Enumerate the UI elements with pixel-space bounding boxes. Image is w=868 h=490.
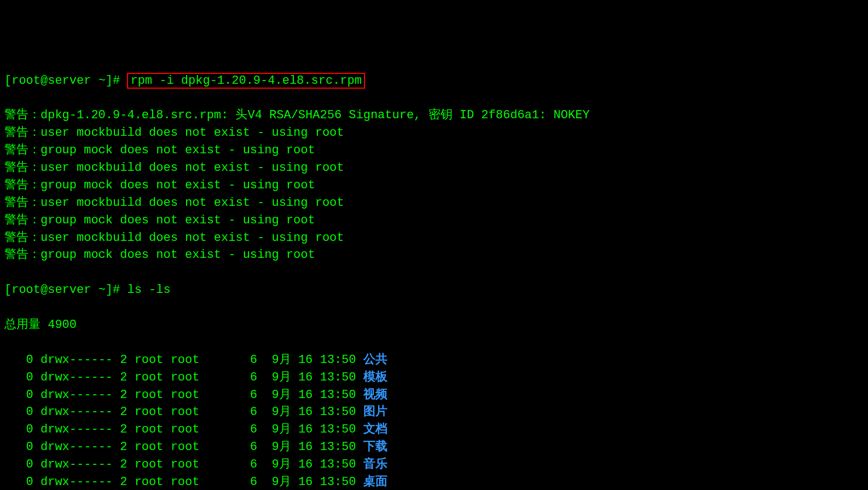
prompt-line-1[interactable]: [root@server ~]# rpm -i dpkg-1.20.9-4.el… — [4, 72, 864, 90]
warning-line: 警告：group mock does not exist - using roo… — [4, 177, 864, 194]
ls-row-filename: 视频 — [363, 388, 387, 402]
ls-row-filename: 桌面 — [363, 475, 387, 489]
warning-line: 警告：user mockbuild does not exist - using… — [4, 159, 864, 177]
ls-row: 0 drwx------ 2 root root 6 9月 16 13:50 图… — [4, 403, 864, 421]
shell-prompt: [root@server ~]# — [4, 74, 127, 88]
ls-row-filename: 下载 — [363, 440, 387, 454]
ls-row-meta: 0 drwx------ 2 root root 6 9月 16 13:50 — [4, 458, 363, 471]
ls-row: 0 drwx------ 2 root root 6 9月 16 13:50 公… — [4, 351, 864, 369]
command-ls: ls -ls — [127, 283, 170, 297]
ls-row: 0 drwx------ 2 root root 6 9月 16 13:50 音… — [4, 456, 864, 474]
ls-row-filename: 模板 — [363, 371, 387, 384]
ls-row: 0 drwx------ 2 root root 6 9月 16 13:50 桌… — [4, 474, 864, 490]
warning-line: 警告：group mock does not exist - using roo… — [4, 142, 864, 159]
ls-row-meta: 0 drwx------ 2 root root 6 9月 16 13:50 — [4, 353, 363, 367]
ls-row-filename: 文档 — [363, 423, 387, 436]
warning-line: 警告：dpkg-1.20.9-4.el8.src.rpm: 头V4 RSA/SH… — [4, 107, 864, 124]
ls-row-meta: 0 drwx------ 2 root root 6 9月 16 13:50 — [4, 388, 363, 402]
ls-row: 0 drwx------ 2 root root 6 9月 16 13:50 模… — [4, 369, 864, 387]
ls-row: 0 drwx------ 2 root root 6 9月 16 13:50 视… — [4, 387, 864, 404]
warning-line: 警告：group mock does not exist - using roo… — [4, 212, 864, 229]
ls-row: 0 drwx------ 2 root root 6 9月 16 13:50 下… — [4, 439, 864, 456]
ls-row-filename: 音乐 — [363, 458, 387, 471]
ls-total: 总用量 4900 — [4, 316, 864, 334]
shell-prompt: [root@server ~]# — [4, 283, 127, 297]
ls-row-meta: 0 drwx------ 2 root root 6 9月 16 13:50 — [4, 440, 363, 454]
prompt-line-2[interactable]: [root@server ~]# ls -ls — [4, 281, 864, 299]
ls-row-filename: 公共 — [363, 353, 387, 367]
warning-line: 警告：group mock does not exist - using roo… — [4, 246, 864, 264]
ls-row-meta: 0 drwx------ 2 root root 6 9月 16 13:50 — [4, 423, 363, 436]
warning-line: 警告：user mockbuild does not exist - using… — [4, 229, 864, 247]
ls-row-filename: 图片 — [363, 405, 387, 419]
warning-block: 警告：dpkg-1.20.9-4.el8.src.rpm: 头V4 RSA/SH… — [4, 107, 864, 264]
ls-listing: 0 drwx------ 2 root root 6 9月 16 13:50 公… — [4, 351, 864, 490]
warning-line: 警告：user mockbuild does not exist - using… — [4, 124, 864, 142]
ls-row-meta: 0 drwx------ 2 root root 6 9月 16 13:50 — [4, 475, 363, 489]
ls-row-meta: 0 drwx------ 2 root root 6 9月 16 13:50 — [4, 371, 363, 384]
ls-row: 0 drwx------ 2 root root 6 9月 16 13:50 文… — [4, 421, 864, 439]
ls-row-meta: 0 drwx------ 2 root root 6 9月 16 13:50 — [4, 405, 363, 419]
warning-line: 警告：user mockbuild does not exist - using… — [4, 194, 864, 212]
command-rpm-install: rpm -i dpkg-1.20.9-4.el8.src.rpm — [127, 73, 364, 89]
